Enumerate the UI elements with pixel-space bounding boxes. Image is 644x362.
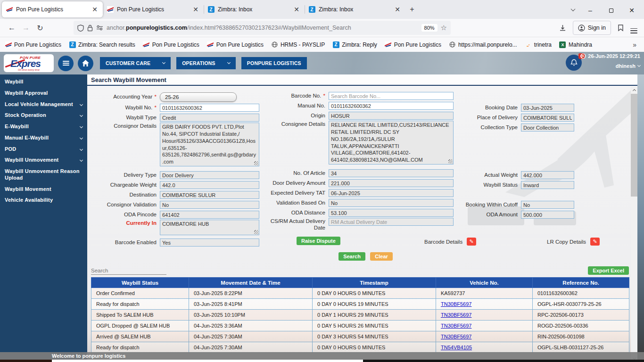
destination-field <box>160 191 259 199</box>
column-header-timestamp[interactable]: Timestamp <box>313 278 436 288</box>
manual-no-field[interactable] <box>329 102 454 110</box>
shield-icon[interactable] <box>77 25 84 32</box>
bookmark-star-icon[interactable]: ☆ <box>441 24 447 32</box>
field-label-consignee-details: Consignee Details <box>263 121 329 127</box>
app-logo[interactable]: PON PURE Expres On time every time <box>4 54 54 72</box>
vehicle-link[interactable]: TN30BF5697 <box>441 323 471 329</box>
downloads-icon[interactable] <box>559 25 566 32</box>
sidebar-item-waybill-movement[interactable]: Waybill Movement <box>0 184 87 195</box>
browser-tab[interactable]: Pon Pure Logistics✕ <box>103 1 204 17</box>
browser-tab[interactable]: ZZimbra: Inbox✕ <box>305 1 405 17</box>
consignee-details-textarea[interactable] <box>329 121 454 165</box>
horizontal-scrollbar[interactable] <box>0 360 644 362</box>
tab-title: Pon Pure Logistics <box>16 6 91 13</box>
bookmark-mahindra[interactable]: XMahindra <box>559 41 592 48</box>
search-button[interactable]: Search <box>339 252 365 261</box>
sign-in-button[interactable]: Sign in <box>573 21 611 35</box>
bookmark-hrms-payslip[interactable]: HRMS - PAYSLIP <box>271 41 325 48</box>
vehicle-link[interactable]: TN30BF5697 <box>441 312 471 318</box>
nav-customer-care[interactable]: CUSTOMER CARE <box>100 57 171 69</box>
sidebar-item-waybill[interactable]: Waybill <box>0 76 87 88</box>
back-button[interactable]: ← <box>5 24 19 32</box>
sidebar-item-waybill-unmovement[interactable]: Waybill Unmovement <box>0 155 87 166</box>
bookmark-pon-pure-logistics[interactable]: Pon Pure Logistics <box>385 41 441 48</box>
nav-ponpure-logistics[interactable]: PONPURE LOGISTICS <box>241 57 307 69</box>
bookmark-pon-pure-logistics[interactable]: Pon Pure Logistics <box>5 41 61 48</box>
bookmark-zimbra-search-results[interactable]: ZZimbra: Search results <box>69 41 135 48</box>
vehicle-link[interactable]: TN30BF5697 <box>441 301 471 307</box>
browser-tab[interactable]: Pon Pure Logistics✕ <box>2 1 103 17</box>
sidebar-item-e-waybill[interactable]: E-Waybill <box>0 121 87 132</box>
sidebar-item-waybill-approval[interactable]: Waybill Approval <box>0 88 87 99</box>
scrollbar-thumb[interactable] <box>631 94 637 197</box>
extension-icon[interactable] <box>618 25 624 32</box>
chevron-down-icon <box>80 136 83 140</box>
notifications-button[interactable]: 0 <box>566 55 582 71</box>
sidebar-item-waybill-unmovement-reason-upload[interactable]: Waybill Unmovement Reason Upload <box>0 166 87 184</box>
home-button[interactable] <box>78 56 93 71</box>
form-actions: Search Clear <box>87 252 644 261</box>
bookmark-pon-pure-logistics[interactable]: Pon Pure Logistics <box>207 41 264 48</box>
consignor-details-textarea[interactable] <box>160 123 259 166</box>
column-header-reference-no[interactable]: Reference No. <box>533 278 629 288</box>
vehicle-link[interactable]: TN54VB4105 <box>441 345 472 350</box>
maximize-button[interactable] <box>601 2 621 19</box>
list-all-tabs-button[interactable] <box>566 2 580 16</box>
bookmark-https-mail-ponpurelo[interactable]: https://mail.ponpurelo... <box>449 41 517 48</box>
horizontal-scrollbar-thumb[interactable] <box>52 360 363 362</box>
permissions-icon[interactable] <box>96 25 103 31</box>
column-header-movement-date-time[interactable]: Movement Date & Time <box>189 278 313 288</box>
url-bar[interactable]: anchor.ponpurelogistics.com/index.html?6… <box>74 21 451 35</box>
forward-button[interactable]: → <box>19 24 33 32</box>
currently-in-textarea[interactable] <box>160 220 259 235</box>
resize-grip-icon[interactable] <box>448 159 453 164</box>
url-text[interactable]: anchor.ponpurelogistics.com/index.html?6… <box>107 25 418 31</box>
field-label-place-of-delivery: Place of Delivery <box>459 114 521 121</box>
vehicle-link[interactable]: TN30BF5697 <box>441 334 471 339</box>
new-tab-button[interactable]: + <box>405 3 419 16</box>
minimize-button[interactable]: – <box>580 2 601 19</box>
table-cell: 03-Jun-2025 8:22PM <box>189 288 313 299</box>
bookmark-trinetra[interactable]: ..·trinetra <box>525 41 552 48</box>
clear-button[interactable]: Clear <box>370 252 393 261</box>
raise-dispute-button[interactable]: Raise Dispute <box>297 237 340 245</box>
resize-grip-icon[interactable] <box>254 161 258 165</box>
tab-close-icon[interactable]: ✕ <box>393 6 402 13</box>
waybill-no-field[interactable] <box>160 104 259 112</box>
bookmark-zimbra-reply[interactable]: ZZimbra: Reply <box>332 41 377 48</box>
bookmark-pon-pure-logistics[interactable]: Pon Pure Logistics <box>143 41 199 48</box>
close-window-button[interactable]: ✕ <box>621 2 642 19</box>
bookmarks-overflow-button[interactable]: » <box>633 41 639 49</box>
export-excel-button[interactable]: Export Excel <box>588 266 629 275</box>
sidebar-item-local-vehicle-management[interactable]: Local Vehicle Management <box>0 99 87 110</box>
tab-close-icon[interactable]: ✕ <box>91 6 99 13</box>
table-cell: Ready for dispatch <box>91 342 189 353</box>
vertical-scrollbar[interactable] <box>631 87 637 362</box>
barcode-details-edit-button[interactable]: ✎ <box>467 238 476 246</box>
chevron-down-icon <box>80 125 83 128</box>
table-cell: 0 DAY 3 HOURS 54 MINUTES <box>313 331 436 342</box>
reload-button[interactable]: ↻ <box>33 24 47 33</box>
tab-close-icon[interactable]: ✕ <box>292 6 301 13</box>
app-menu-toggle-button[interactable] <box>58 56 74 71</box>
resize-grip-icon[interactable] <box>254 230 258 234</box>
accounting-year-select[interactable]: 25-26 <box>160 92 237 102</box>
nav-operations[interactable]: OPERATIONS <box>176 57 236 69</box>
sidebar-item-vehicle-availability[interactable]: Vehicle Availability <box>0 195 87 206</box>
user-menu[interactable]: dhinesh <box>580 63 640 69</box>
table-quick-search-input[interactable] <box>91 267 166 275</box>
browser-tab[interactable]: ZZimbra: Inbox✕ <box>204 1 305 17</box>
sidebar-item-pod[interactable]: POD <box>0 144 87 155</box>
tab-close-icon[interactable]: ✕ <box>191 6 200 13</box>
lr-copy-details-group: LR Copy Details ✎ <box>547 238 600 246</box>
sidebar-item-stock-operation[interactable]: Stock Operation <box>0 110 87 121</box>
lock-icon[interactable] <box>87 25 93 32</box>
barcode-no-field[interactable] <box>329 92 454 100</box>
page-zoom-indicator[interactable]: 80% <box>421 24 438 32</box>
column-header-waybill-status[interactable]: Waybill Status <box>91 278 189 288</box>
column-header-vehicle-no[interactable]: Vehicle No. <box>436 278 533 288</box>
menu-button[interactable] <box>630 22 637 33</box>
scroll-up-arrow[interactable] <box>631 87 637 93</box>
sidebar-item-manual-e-waybill[interactable]: Manual E-Waybill <box>0 132 87 144</box>
lr-copy-details-edit-button[interactable]: ✎ <box>590 238 600 246</box>
